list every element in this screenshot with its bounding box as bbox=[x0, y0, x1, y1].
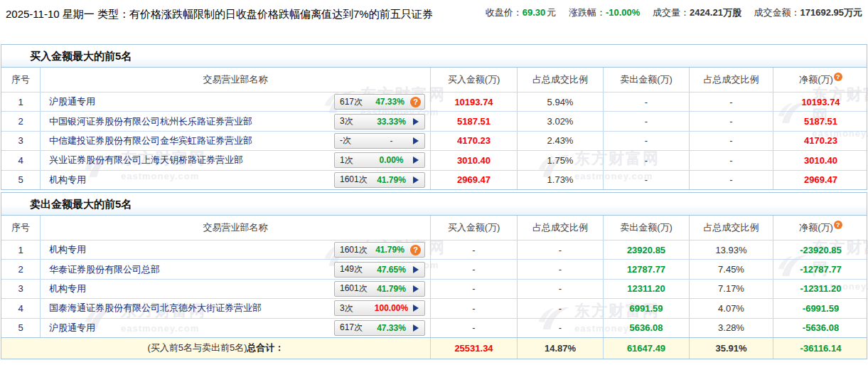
trade-count-badge[interactable]: 617次47.33% bbox=[334, 320, 425, 336]
net-amount: -6991.59 bbox=[773, 299, 868, 317]
sell-amount: - bbox=[604, 171, 690, 189]
totals-row: (买入前5名与卖出前5名)总合计： 25531.34 14.87% 61647.… bbox=[1, 337, 867, 359]
col-header-buy-pct: 占总成交比例 bbox=[518, 68, 604, 92]
stat-volume: 成交量：2424.21万股 bbox=[653, 7, 741, 18]
col-header-net: 净额(万) bbox=[773, 216, 868, 240]
trade-count-badge[interactable]: 1601次41.79% bbox=[334, 281, 425, 297]
buy-table-header: 序号 交易营业部名称 买入金额(万) 占总成交比例 卖出金额(万) 占总成交比例… bbox=[1, 68, 867, 92]
branch-name: 中信建投证券股份有限公司金华宾虹路证券营业部 bbox=[49, 134, 252, 147]
sell-pct: 4.07% bbox=[690, 299, 773, 317]
buy-amount: - bbox=[431, 280, 518, 298]
trade-count-badge[interactable]: 149次47.65% bbox=[334, 262, 425, 278]
table-row: 2 华泰证券股份有限公司总部 149次47.65% - - 12787.77 7… bbox=[1, 259, 867, 278]
buy-amount: - bbox=[431, 299, 518, 317]
total-buy-pct: 14.87% bbox=[518, 338, 604, 359]
col-header-buy: 买入金额(万) bbox=[431, 216, 518, 240]
stats-bar: 收盘价：69.30元 涨跌幅：-10.00% 成交量：2424.21万股 成交金… bbox=[476, 6, 862, 19]
buy-pct: 1.73% bbox=[518, 171, 604, 189]
sell-amount: - bbox=[604, 112, 690, 130]
buy-amount: - bbox=[431, 260, 518, 278]
buy-amount: 2969.47 bbox=[431, 171, 518, 189]
sell-table-header: 序号 交易营业部名称 买入金额(万) 占总成交比例 卖出金额(万) 占总成交比例… bbox=[1, 216, 867, 240]
trade-count-badge[interactable]: 1601次41.79% bbox=[334, 172, 425, 188]
col-header-net: 净额(万) bbox=[773, 68, 868, 92]
net-amount: -12311.20 bbox=[773, 280, 868, 298]
row-action-icon[interactable] bbox=[410, 245, 421, 255]
row-action-icon[interactable] bbox=[410, 97, 421, 107]
table-row: 5 沪股通专用 617次47.33% - - 5636.08 3.28% -56… bbox=[1, 318, 867, 337]
net-amount: 10193.74 bbox=[773, 92, 868, 111]
row-action-icon[interactable] bbox=[413, 285, 419, 292]
sell-amount: - bbox=[604, 92, 690, 111]
row-action-icon[interactable] bbox=[413, 324, 419, 332]
col-header-branch: 交易营业部名称 bbox=[41, 68, 431, 92]
row-action-icon[interactable] bbox=[413, 176, 419, 184]
trade-count-badge[interactable]: 617次47.33% bbox=[334, 94, 425, 110]
buy-amount: 5187.51 bbox=[431, 112, 518, 130]
sell-amount: - bbox=[604, 132, 690, 150]
col-header-sell: 卖出金额(万) bbox=[604, 216, 690, 240]
buy-pct: 3.02% bbox=[518, 112, 604, 130]
sell-pct: - bbox=[690, 92, 773, 111]
row-action-icon[interactable] bbox=[413, 157, 419, 164]
stat-close-price: 收盘价：69.30元 bbox=[486, 7, 557, 18]
net-amount: 2969.47 bbox=[773, 171, 868, 189]
col-header-sell: 卖出金额(万) bbox=[604, 68, 690, 92]
branch-name: 国泰海通证券股份有限公司北京德外大街证券营业部 bbox=[49, 302, 262, 314]
net-amount: 4170.23 bbox=[773, 132, 868, 150]
branch-name: 沪股通专用 bbox=[49, 95, 95, 108]
buy-pct: 2.43% bbox=[518, 132, 604, 150]
col-header-sell-pct: 占总成交比例 bbox=[690, 68, 773, 92]
row-action-icon[interactable] bbox=[413, 305, 419, 312]
branch-name: 机构专用 bbox=[49, 282, 86, 295]
help-icon[interactable] bbox=[834, 221, 842, 229]
col-header-no: 序号 bbox=[1, 68, 41, 92]
trade-count-badge[interactable]: 3次33.33% bbox=[334, 114, 425, 130]
buy-amount: 3010.40 bbox=[431, 151, 518, 169]
sell-pct: 7.17% bbox=[690, 280, 773, 298]
sell-pct: - bbox=[690, 132, 773, 150]
top-bar: 2025-11-10 星期一 类型：有价格涨跌幅限制的日收盘价格跌幅偏离值达到7… bbox=[0, 0, 868, 44]
table-row: 2 中国银河证券股份有限公司杭州长乐路证券营业部 3次33.33% 5187.5… bbox=[1, 111, 867, 130]
buy-pct: - bbox=[518, 319, 604, 337]
sell-section: 卖出金额最大的前5名 序号 交易营业部名称 买入金额(万) 占总成交比例 卖出金… bbox=[1, 192, 867, 359]
sell-amount: 12787.77 bbox=[604, 260, 690, 278]
branch-name: 兴业证券股份有限公司上海天钥桥路证券营业部 bbox=[49, 154, 243, 166]
col-header-buy-pct: 占总成交比例 bbox=[518, 216, 604, 240]
net-amount: -23920.85 bbox=[773, 240, 868, 259]
help-icon[interactable] bbox=[834, 73, 842, 81]
row-action-icon[interactable] bbox=[413, 118, 419, 125]
sell-amount: 6991.59 bbox=[604, 299, 690, 317]
table-row: 4 国泰海通证券股份有限公司北京德外大街证券营业部 3次100.00% - - … bbox=[1, 298, 867, 317]
dragon-tiger-detail-panel: 东方财富网eastmoney.com东方财富网eastmoney.com东方财富… bbox=[0, 0, 868, 370]
sell-amount: - bbox=[604, 151, 690, 169]
col-header-branch: 交易营业部名称 bbox=[41, 216, 431, 240]
sell-amount: 12311.20 bbox=[604, 280, 690, 298]
buy-section: 买入金额最大的前5名 序号 交易营业部名称 买入金额(万) 占总成交比例 卖出金… bbox=[1, 44, 867, 190]
branch-name: 华泰证券股份有限公司总部 bbox=[49, 263, 160, 276]
table-row: 1 沪股通专用 617次47.33% 10193.74 5.94% - - 10… bbox=[1, 92, 867, 111]
sell-pct: 13.93% bbox=[690, 240, 773, 259]
trade-count-badge[interactable]: -次- bbox=[334, 133, 425, 149]
sell-pct: 3.28% bbox=[690, 319, 773, 337]
table-row: 5 机构专用 1601次41.79% 2969.47 1.73% - - 296… bbox=[1, 170, 867, 189]
buy-section-title: 买入金额最大的前5名 bbox=[1, 45, 867, 68]
sell-pct: 7.45% bbox=[690, 260, 773, 278]
table-row: 4 兴业证券股份有限公司上海天钥桥路证券营业部 1次0.00% 3010.40 … bbox=[1, 150, 867, 169]
buy-amount: 4170.23 bbox=[431, 132, 518, 150]
trade-count-badge[interactable]: 3次100.00% bbox=[334, 300, 425, 316]
row-action-icon[interactable] bbox=[413, 266, 419, 273]
net-amount: 3010.40 bbox=[773, 151, 868, 169]
totals-label: (买入前5名与卖出前5名) bbox=[147, 342, 247, 354]
table-row: 1 机构专用 1601次41.79% - - 23920.85 13.93% -… bbox=[1, 240, 867, 259]
page-title: 2025-11-10 星期一 类型：有价格涨跌幅限制的日收盘价格跌幅偏离值达到7… bbox=[6, 6, 542, 22]
buy-pct: 5.94% bbox=[518, 92, 604, 111]
total-sell-pct: 35.91% bbox=[690, 338, 773, 359]
trade-count-badge[interactable]: 1次0.00% bbox=[334, 152, 425, 168]
row-action-icon[interactable] bbox=[413, 137, 419, 144]
buy-pct: - bbox=[518, 260, 604, 278]
net-amount: -5636.08 bbox=[773, 319, 868, 337]
sell-amount: 23920.85 bbox=[604, 240, 690, 259]
trade-count-badge[interactable]: 1601次41.79% bbox=[334, 242, 425, 258]
total-net: -36116.14 bbox=[773, 338, 868, 359]
